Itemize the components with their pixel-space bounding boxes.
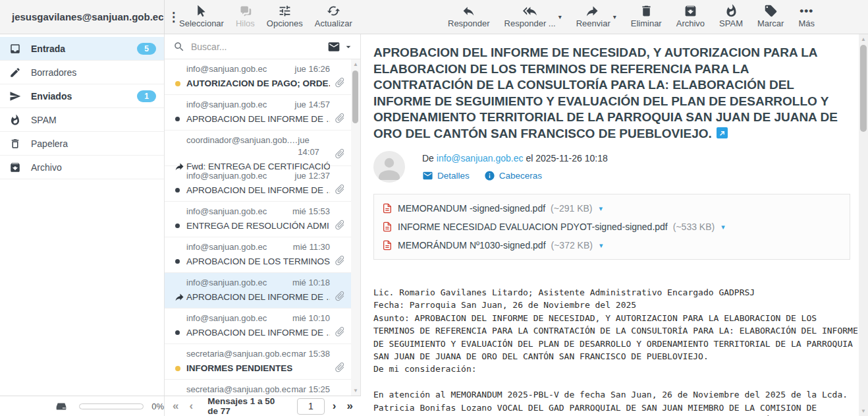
forward-dropdown-icon[interactable]: ▾ <box>613 13 616 20</box>
archive-button[interactable]: Archivo <box>676 4 705 28</box>
reader-scrollbar[interactable]: ▲ ▼ <box>859 34 868 416</box>
reply-all-dropdown-icon[interactable]: ▾ <box>558 13 562 20</box>
message-rows: info@sanjuan.gob.ecjue 16:26 AUTORIZACIO… <box>165 59 360 396</box>
message-date: jue 14:57 <box>295 99 331 111</box>
trash-outline-icon <box>9 138 21 150</box>
list-toolbar: Seleccionar Hilos Opciones Actualizar <box>165 0 361 34</box>
open-in-new-window-icon[interactable] <box>717 127 728 138</box>
sender-block: De info@sanjuan.gob.ec el 2025-11-26 10:… <box>373 151 840 183</box>
scroll-up-icon[interactable]: ▲ <box>353 61 358 67</box>
message-list-item[interactable]: info@sanjuan.gob.ecjue 12:37 APROBACION … <box>165 166 360 202</box>
message-subject: ENTREGA DE RESOLUCIÓN ADMI… <box>186 221 330 231</box>
pagination: « ‹ Mensajes 1 a 50 de 77 › » <box>165 396 361 416</box>
message-list-item[interactable]: info@sanjuan.gob.ecjue 16:26 AUTORIZACIO… <box>165 59 360 95</box>
message-list-item[interactable]: info@sanjuan.gob.ecmié 11:30 APROBACION … <box>165 237 360 273</box>
message-date: mié 11:30 <box>293 241 330 253</box>
options-button[interactable]: Opciones <box>267 4 303 28</box>
sidebar-item-inbox[interactable]: Entrada 5 <box>0 37 164 61</box>
message-reader-pane: APROBACION DEL INFORME DE NECESIDAD, Y A… <box>361 34 868 416</box>
send-icon <box>9 90 21 102</box>
attachment-name[interactable]: INFORME NECESIDAD EVALUACION PDYOT-signe… <box>398 222 668 232</box>
unread-dot-icon <box>175 188 186 193</box>
message-list-item-selected[interactable]: info@sanjuan.gob.ecmié 10:18 APROBACION … <box>165 273 360 309</box>
reply-button[interactable]: Responder <box>448 4 490 28</box>
message-body: Lic. Romario Gavilanes Litardo; Asistent… <box>373 286 861 416</box>
message-list-item[interactable]: info@sanjuan.gob.ecmié 10:10 APROBACION … <box>165 309 360 344</box>
first-page-button[interactable]: « <box>170 400 181 413</box>
from-line: De info@sanjuan.gob.ec el 2025-11-26 10:… <box>422 153 608 163</box>
more-button[interactable]: ••• Más <box>798 4 815 28</box>
message-subject-title: APROBACION DEL INFORME DE NECESIDAD, Y A… <box>373 45 850 142</box>
attachment-item[interactable]: MEMORANDUM -signed-signed.pdf (~291 KB) … <box>382 199 842 218</box>
flame-icon <box>724 4 738 18</box>
message-list-item[interactable]: secretaria@sanjuan.gob.ecmar 15:25 <box>165 380 360 396</box>
search-input[interactable] <box>191 42 325 52</box>
mark-button[interactable]: Marcar <box>757 4 784 28</box>
top-toolbar: jesusgavilanes@sanjuan.gob.ec ⋮ Seleccio… <box>0 0 868 34</box>
message-subject: APROBACION DE LOS TERMINOS … <box>186 256 330 266</box>
attachment-icon <box>331 287 348 304</box>
webmail-app: jesusgavilanes@sanjuan.gob.ec ⋮ Seleccio… <box>0 0 868 416</box>
forwarded-icon <box>175 292 186 302</box>
chevron-down-icon[interactable] <box>343 42 354 52</box>
message-list-pane: info@sanjuan.gob.ecjue 16:26 AUTORIZACIO… <box>165 34 361 396</box>
message-list-item[interactable]: coordinador@sanjuan.gob.…jue 14:07 Fwd: … <box>165 131 360 166</box>
unread-count-badge: 1 <box>137 90 156 102</box>
sidebar-item-archive[interactable]: Archivo <box>0 156 164 179</box>
details-link[interactable]: Detalles <box>422 170 470 181</box>
message-sender: info@sanjuan.gob.ec <box>186 206 267 218</box>
sidebar-item-drafts[interactable]: Borradores <box>0 61 164 84</box>
message-list-item[interactable]: info@sanjuan.gob.ecmié 15:53 ENTREGA DE … <box>165 202 360 237</box>
prev-page-button[interactable]: ‹ <box>186 400 196 413</box>
forward-button[interactable]: Reenviar <box>576 4 610 28</box>
message-sender: info@sanjuan.gob.ec <box>186 277 267 289</box>
cursor-icon <box>194 4 208 18</box>
sidebar-item-sent[interactable]: Enviados 1 <box>0 84 164 108</box>
message-list-item[interactable]: secretaria@sanjuan.gob.ecmar 15:38 INFOR… <box>165 344 360 380</box>
attachment-menu-icon[interactable]: ▾ <box>599 204 603 213</box>
folder-sidebar: Entrada 5 Borradores Enviados 1 SPAM Pap… <box>0 34 165 396</box>
scroll-down-icon[interactable]: ▼ <box>861 408 866 414</box>
sidebar-item-spam[interactable]: SPAM <box>0 108 164 132</box>
account-email: jesusgavilanes@sanjuan.gob.ec <box>12 11 164 22</box>
quota-progress-bar <box>79 403 144 409</box>
attachment-item[interactable]: MEMORÁNDUM Nº1030-signed.pdf (~372 KB) ▾ <box>382 236 842 254</box>
last-page-button[interactable]: » <box>344 400 356 413</box>
storage-disk-icon <box>54 399 68 413</box>
sender-email-link[interactable]: info@sanjuan.gob.ec <box>437 153 524 163</box>
message-range-label: Mensajes 1 a 50 de 77 <box>207 396 285 416</box>
pdf-file-icon <box>382 240 393 251</box>
attachment-menu-icon[interactable]: ▾ <box>721 223 725 231</box>
threads-button[interactable]: Hilos <box>236 4 255 28</box>
message-list-item[interactable]: info@sanjuan.gob.ecjue 14:57 APROBACION … <box>165 95 360 131</box>
reader-scrollbar-thumb[interactable] <box>860 45 867 132</box>
refresh-button[interactable]: Actualizar <box>315 4 352 28</box>
attachment-item[interactable]: INFORME NECESIDAD EVALUACION PDYOT-signe… <box>382 218 842 236</box>
quota-percent: 0% <box>151 401 164 411</box>
attachment-name[interactable]: MEMORANDUM -signed-signed.pdf <box>398 203 545 214</box>
headers-link[interactable]: Cabeceras <box>484 170 542 181</box>
sidebar-item-trash[interactable]: Papelera <box>0 132 164 156</box>
ellipsis-icon: ••• <box>800 4 813 18</box>
delete-button[interactable]: Eliminar <box>631 4 662 28</box>
list-scrollbar[interactable]: ▲ ▼ <box>351 59 360 396</box>
trash-icon <box>639 4 653 18</box>
attachment-name[interactable]: MEMORÁNDUM Nº1030-signed.pdf <box>398 240 546 251</box>
scroll-down-icon[interactable]: ▼ <box>353 388 358 394</box>
attachment-menu-icon[interactable]: ▾ <box>599 241 603 250</box>
spam-button[interactable]: SPAM <box>719 4 743 28</box>
chat-bubbles-icon <box>238 4 252 18</box>
message-subject: AUTORIZACION DE PAGO; ORDE… <box>186 78 330 88</box>
reply-all-button[interactable]: Responder ... <box>504 4 556 28</box>
page-number-input[interactable] <box>297 398 325 415</box>
next-page-button[interactable]: › <box>330 400 339 413</box>
unread-dot-icon <box>175 223 186 228</box>
scroll-up-icon[interactable]: ▲ <box>861 36 866 42</box>
select-button[interactable]: Seleccionar <box>179 4 224 28</box>
pdf-file-icon <box>382 203 393 214</box>
search-scope-mail-icon[interactable] <box>327 40 340 53</box>
attachment-icon <box>331 145 348 162</box>
list-scrollbar-thumb[interactable] <box>352 71 358 123</box>
search-bar <box>165 34 360 59</box>
refresh-icon <box>327 4 340 18</box>
